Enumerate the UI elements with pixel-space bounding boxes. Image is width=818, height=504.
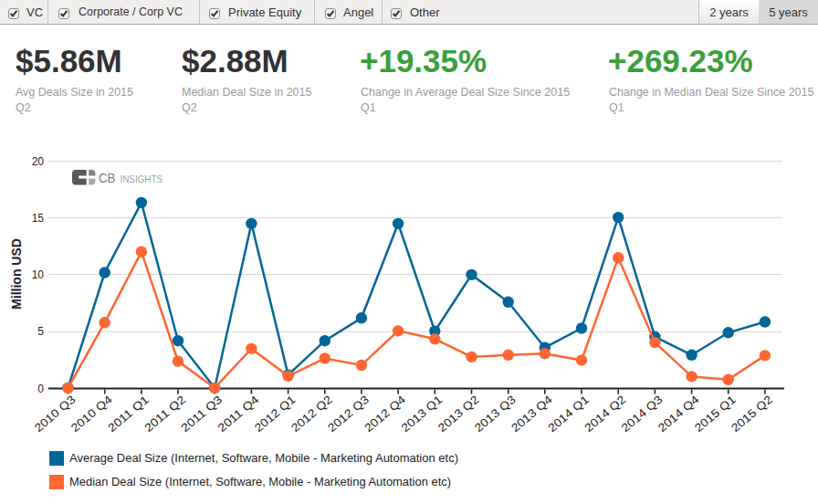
svg-text:20: 20 (32, 155, 45, 168)
svg-text:Million USD: Million USD (9, 238, 24, 310)
svg-text:INSIGHTS: INSIGHTS (121, 173, 163, 184)
svg-text:2015 Q2: 2015 Q2 (729, 394, 774, 435)
svg-text:5: 5 (37, 325, 44, 338)
svg-text:10: 10 (32, 268, 45, 281)
svg-text:CB: CB (99, 170, 116, 185)
svg-text:0: 0 (37, 383, 44, 395)
svg-text:15: 15 (32, 212, 45, 225)
svg-text:Median Deal Size (Internet, So: Median Deal Size (Internet, Software, Mo… (69, 476, 451, 488)
svg-text:Average Deal Size (Internet, S: Average Deal Size (Internet, Software, M… (69, 452, 458, 465)
